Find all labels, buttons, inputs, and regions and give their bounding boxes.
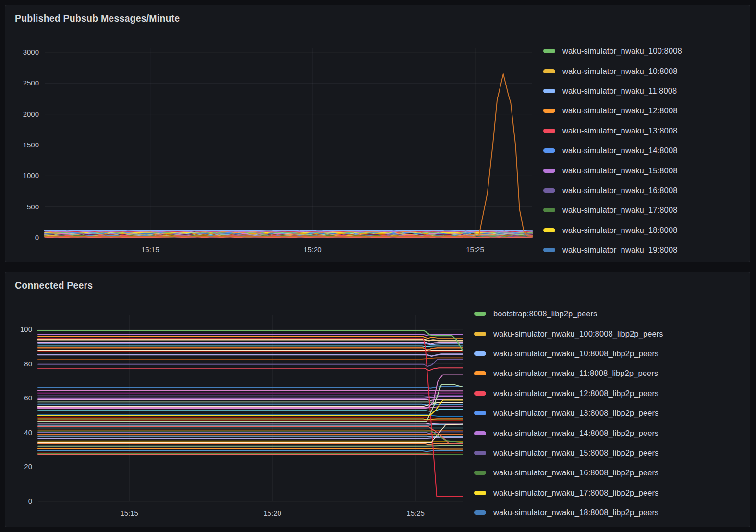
legend-series-swatch-icon: [474, 391, 486, 396]
y-axis-tick-label: 100: [20, 325, 32, 333]
legend-series-swatch-icon: [543, 248, 555, 252]
series-line: [38, 348, 463, 350]
series-line: [38, 449, 463, 449]
series-line: [38, 423, 463, 424]
legend-item[interactable]: waku-simulator_nwaku_100:8008: [543, 41, 748, 61]
legend-item[interactable]: bootstrap:8008_libp2p_peers: [474, 304, 749, 324]
series-line: [38, 397, 463, 398]
pubsub-legend: waku-simulator_nwaku_100:8008 waku-simul…: [543, 41, 748, 260]
legend-series-label: waku-simulator_nwaku_13:8008_libp2p_peer…: [493, 409, 658, 418]
legend-series-label: waku-simulator_nwaku_10:8008_libp2p_peer…: [493, 349, 658, 358]
x-axis-tick-label: 15:15: [141, 245, 159, 254]
x-axis-tick-label: 15:20: [304, 245, 322, 254]
legend-item[interactable]: waku-simulator_nwaku_18:8008: [543, 220, 748, 240]
legend-series-swatch-icon: [474, 491, 486, 495]
legend-series-label: waku-simulator_nwaku_11:8008_libp2p_peer…: [493, 369, 658, 378]
legend-item[interactable]: waku-simulator_nwaku_17:8008: [543, 200, 748, 220]
legend-item[interactable]: waku-simulator_nwaku_15:8008_libp2p_peer…: [474, 443, 749, 463]
legend-series-label: waku-simulator_nwaku_16:8008: [562, 186, 677, 195]
series-line: [38, 409, 463, 411]
y-axis-tick-label: 20: [24, 462, 32, 471]
legend-item[interactable]: waku-simulator_nwaku_14:8008: [543, 141, 748, 160]
legend-item[interactable]: waku-simulator_nwaku_17:8008_libp2p_peer…: [474, 483, 749, 503]
legend-series-label: waku-simulator_nwaku_13:8008: [562, 126, 677, 135]
legend-series-label: waku-simulator_nwaku_18:8008_libp2p_peer…: [493, 508, 658, 517]
legend-series-swatch-icon: [474, 471, 486, 475]
x-axis-tick-label: 15:25: [466, 245, 484, 254]
series-line: [38, 432, 463, 433]
legend-series-swatch-icon: [543, 129, 555, 133]
x-axis-tick-label: 15:20: [263, 509, 281, 517]
series-line: [38, 402, 463, 402]
legend-item[interactable]: waku-simulator_nwaku_12:8008: [543, 101, 748, 121]
series-line: [38, 446, 463, 446]
legend-item[interactable]: waku-simulator_nwaku_16:8008_libp2p_peer…: [474, 463, 749, 483]
legend-item[interactable]: waku-simulator_nwaku_14:8008_libp2p_peer…: [474, 423, 749, 443]
legend-item[interactable]: waku-simulator_nwaku_100:8008_libp2p_pee…: [474, 324, 749, 343]
legend-series-swatch-icon: [543, 89, 555, 93]
series-line: [38, 337, 463, 339]
legend-series-swatch-icon: [543, 169, 555, 173]
legend-series-label: waku-simulator_nwaku_17:8008_libp2p_peer…: [493, 488, 658, 497]
y-axis-tick-label: 60: [24, 394, 32, 402]
y-axis-tick-label: 3000: [23, 48, 39, 56]
connected-peers-panel: Connected Peers 02040608010015:1515:2015…: [5, 272, 750, 527]
legend-series-label: waku-simulator_nwaku_14:8008_libp2p_peer…: [493, 429, 658, 438]
legend-item[interactable]: waku-simulator_nwaku_19:8008: [543, 240, 748, 260]
legend-series-swatch-icon: [543, 69, 555, 73]
legend-series-label: waku-simulator_nwaku_12:8008_libp2p_peer…: [493, 389, 658, 398]
legend-item[interactable]: waku-simulator_nwaku_10:8008_libp2p_peer…: [474, 344, 749, 363]
legend-series-label: waku-simulator_nwaku_100:8008_libp2p_pee…: [493, 329, 663, 339]
series-line: [38, 340, 463, 341]
legend-series-swatch-icon: [474, 371, 486, 375]
legend-series-swatch-icon: [474, 312, 486, 316]
legend-series-label: waku-simulator_nwaku_14:8008: [562, 146, 677, 155]
legend-series-label: waku-simulator_nwaku_19:8008: [562, 245, 677, 254]
series-line: [38, 430, 463, 431]
legend-series-swatch-icon: [543, 188, 555, 193]
legend-item[interactable]: waku-simulator_nwaku_13:8008: [543, 121, 748, 141]
legend-series-label: bootstrap:8008_libp2p_peers: [493, 309, 597, 318]
series-line: [38, 344, 463, 345]
legend-series-swatch-icon: [474, 411, 486, 415]
series-line: [38, 417, 463, 418]
legend-series-swatch-icon: [474, 431, 486, 435]
y-axis-tick-label: 80: [24, 360, 32, 368]
y-axis-tick-label: 2000: [23, 110, 39, 118]
legend-item[interactable]: waku-simulator_nwaku_16:8008: [543, 181, 748, 200]
legend-series-label: waku-simulator_nwaku_100:8008: [562, 47, 682, 56]
series-line: [38, 399, 463, 400]
series-line: [38, 368, 463, 371]
legend-series-label: waku-simulator_nwaku_18:8008: [562, 226, 677, 235]
legend-item[interactable]: waku-simulator_nwaku_13:8008_libp2p_peer…: [474, 403, 749, 423]
y-axis-tick-label: 0: [35, 233, 39, 242]
x-axis-tick-label: 15:25: [406, 509, 425, 517]
legend-series-swatch-icon: [543, 109, 555, 113]
legend-series-swatch-icon: [543, 208, 555, 212]
legend-item[interactable]: waku-simulator_nwaku_15:8008: [543, 160, 748, 180]
y-axis-tick-label: 1500: [23, 141, 39, 149]
series-line: [38, 390, 463, 391]
legend-item[interactable]: waku-simulator_nwaku_10:8008: [543, 61, 748, 81]
series-line: [38, 454, 463, 455]
series-line: [38, 438, 463, 439]
legend-series-label: waku-simulator_nwaku_12:8008: [562, 106, 677, 115]
legend-series-label: waku-simulator_nwaku_15:8008: [562, 166, 677, 175]
y-axis-tick-label: 40: [24, 428, 32, 436]
legend-series-swatch-icon: [474, 332, 486, 336]
series-line: [38, 443, 463, 445]
legend-item[interactable]: waku-simulator_nwaku_12:8008_libp2p_peer…: [474, 384, 749, 403]
series-line: [38, 359, 463, 366]
y-axis-tick-label: 0: [28, 497, 32, 505]
series-line: [38, 404, 463, 405]
legend-series-swatch-icon: [543, 49, 555, 53]
peers-legend: bootstrap:8008_libp2p_peers waku-simulat…: [474, 304, 749, 522]
legend-item[interactable]: waku-simulator_nwaku_18:8008_libp2p_peer…: [474, 503, 749, 522]
series-line: [38, 346, 463, 346]
series-line: [38, 350, 463, 351]
legend-item[interactable]: waku-simulator_nwaku_11:8008: [543, 81, 748, 101]
legend-item[interactable]: waku-simulator_nwaku_11:8008_libp2p_peer…: [474, 363, 749, 383]
y-axis-tick-label: 500: [27, 203, 39, 211]
published-pubsub-messages-panel: Published Pubsub Messages/Minute 0500100…: [5, 5, 750, 262]
series-line: [38, 436, 463, 437]
